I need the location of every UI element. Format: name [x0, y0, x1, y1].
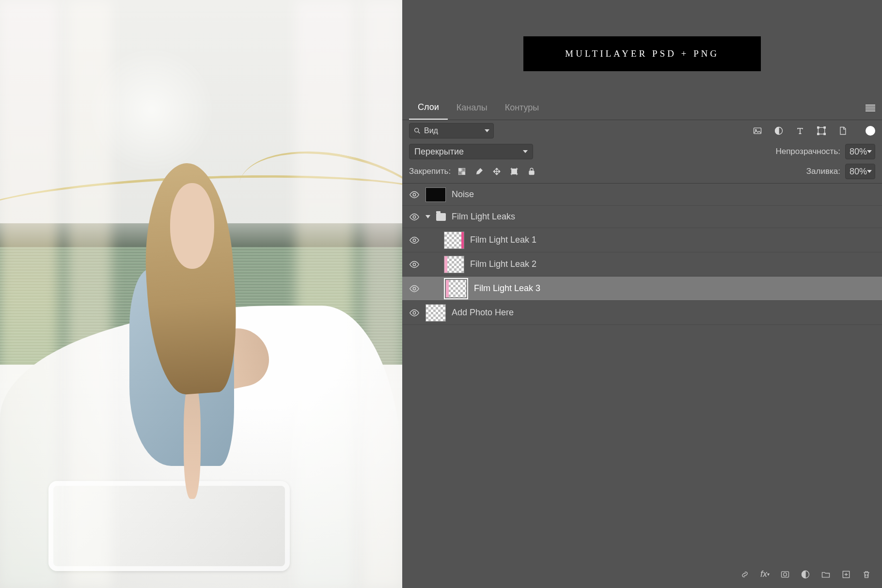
layer-search-input[interactable] [424, 126, 472, 135]
filter-adjustment-icon[interactable] [773, 125, 784, 136]
blend-mode-value: Перекрытие [414, 147, 464, 157]
filter-shape-icon[interactable] [816, 125, 827, 136]
layer-thumbnail[interactable] [446, 280, 466, 297]
light-leak-overlay [296, 0, 354, 588]
lock-artboard-icon[interactable] [510, 167, 519, 176]
fill-value: 80% [850, 167, 867, 177]
search-icon [413, 127, 421, 135]
svg-rect-5 [818, 127, 819, 128]
layer-thumbnail[interactable] [425, 304, 446, 322]
layer-name: Film Light Leak 3 [474, 283, 540, 294]
tab-channels[interactable]: Каналы [448, 96, 496, 120]
lock-brush-icon[interactable] [475, 167, 484, 176]
layer-noise[interactable]: Noise [402, 184, 882, 206]
layer-thumbnail[interactable] [444, 232, 464, 249]
layer-name: Noise [452, 189, 474, 200]
lock-transparent-icon[interactable] [457, 167, 466, 176]
blend-row: Перекрытие Непрозрачность: 80% [402, 141, 882, 162]
new-layer-icon[interactable] [841, 570, 851, 579]
opacity-label: Непрозрачность: [775, 147, 840, 156]
layer-name: Film Light Leaks [452, 212, 515, 222]
main-canvas[interactable] [0, 0, 402, 588]
layer-thumbnail[interactable] [444, 256, 464, 273]
layer-thumbnail[interactable] [425, 187, 446, 202]
svg-point-16 [413, 216, 416, 218]
layer-name: Film Light Leak 2 [470, 259, 536, 269]
light-leak-overlay [68, 0, 111, 588]
layer-add-photo-here[interactable]: Add Photo Here [402, 301, 882, 325]
filter-row [402, 120, 882, 141]
new-group-icon[interactable] [821, 570, 831, 579]
filter-toggle[interactable] [866, 126, 875, 136]
folder-icon [436, 213, 446, 221]
chevron-down-icon [867, 150, 872, 153]
visibility-toggle[interactable] [409, 308, 420, 318]
svg-rect-21 [782, 572, 789, 577]
svg-point-19 [413, 287, 416, 290]
svg-rect-11 [458, 172, 461, 175]
canvas-person [112, 176, 282, 506]
promo-title: MULTILAYER PSD + PNG [523, 36, 761, 71]
layer-film-light-leak-2[interactable]: Film Light Leak 2 [402, 252, 882, 277]
svg-rect-10 [462, 168, 465, 171]
layer-film-light-leak-1[interactable]: Film Light Leak 1 [402, 228, 882, 252]
fill-label: Заливка: [806, 167, 840, 176]
light-leak-overlay [0, 0, 58, 588]
lock-label: Закрепить: [409, 167, 451, 176]
chevron-down-icon [523, 150, 528, 153]
svg-rect-7 [818, 133, 819, 135]
expand-toggle[interactable] [425, 215, 430, 218]
filter-pixel-icon[interactable] [752, 125, 763, 136]
delete-layer-icon[interactable] [862, 570, 871, 579]
adjustment-layer-icon[interactable] [801, 570, 810, 579]
chevron-down-icon[interactable] [485, 129, 489, 132]
side-panel: MULTILAYER PSD + PNG Слои Каналы Контуры [402, 0, 882, 588]
visibility-toggle[interactable] [409, 259, 420, 270]
layers-footer: fx▾ [740, 569, 871, 579]
lock-row: Закрепить: Заливка: 80% [402, 162, 882, 181]
svg-rect-1 [754, 128, 761, 134]
panel-tabs: Слои Каналы Контуры [402, 96, 882, 120]
layer-search[interactable] [409, 123, 494, 139]
svg-rect-6 [824, 127, 825, 128]
link-layers-icon[interactable] [740, 570, 750, 579]
svg-point-17 [413, 239, 416, 242]
lock-position-icon[interactable] [492, 167, 501, 176]
fill-input[interactable]: 80% [845, 164, 875, 179]
fx-icon[interactable]: fx▾ [760, 569, 770, 579]
svg-rect-9 [458, 168, 461, 171]
filter-type-icon[interactable] [795, 125, 805, 136]
layer-name: Add Photo Here [452, 308, 514, 318]
svg-point-22 [784, 573, 787, 576]
layers-list: Noise Film Light Leaks Film Light Leak 1… [402, 183, 882, 325]
lock-icons [457, 167, 536, 176]
layers-panel: Слои Каналы Контуры Перекрытие [402, 96, 882, 325]
light-leak-overlay [363, 0, 402, 588]
mask-icon[interactable] [780, 570, 790, 579]
opacity-input[interactable]: 80% [845, 144, 875, 159]
svg-point-15 [413, 193, 416, 196]
tab-paths[interactable]: Контуры [496, 96, 548, 120]
layer-name: Film Light Leak 1 [470, 235, 536, 245]
lock-all-icon[interactable] [527, 167, 536, 176]
svg-rect-12 [462, 172, 465, 175]
svg-point-20 [413, 311, 416, 314]
layer-group-film-light-leaks[interactable]: Film Light Leaks [402, 206, 882, 228]
panel-menu-icon[interactable] [866, 105, 875, 111]
svg-point-0 [415, 128, 419, 132]
layer-filter-icons [752, 125, 875, 136]
layer-film-light-leak-3[interactable]: Film Light Leak 3 [402, 277, 882, 301]
tab-layers[interactable]: Слои [409, 96, 448, 120]
visibility-toggle[interactable] [409, 189, 420, 200]
svg-rect-13 [512, 169, 517, 174]
svg-rect-14 [529, 171, 535, 175]
svg-point-18 [413, 263, 416, 266]
visibility-toggle[interactable] [409, 212, 420, 222]
opacity-value: 80% [850, 147, 867, 157]
svg-rect-8 [824, 133, 825, 135]
visibility-toggle[interactable] [409, 283, 420, 294]
visibility-toggle[interactable] [409, 235, 420, 246]
blend-mode-select[interactable]: Перекрытие [409, 144, 533, 159]
chevron-down-icon [867, 170, 872, 173]
filter-smartobject-icon[interactable] [837, 125, 848, 136]
